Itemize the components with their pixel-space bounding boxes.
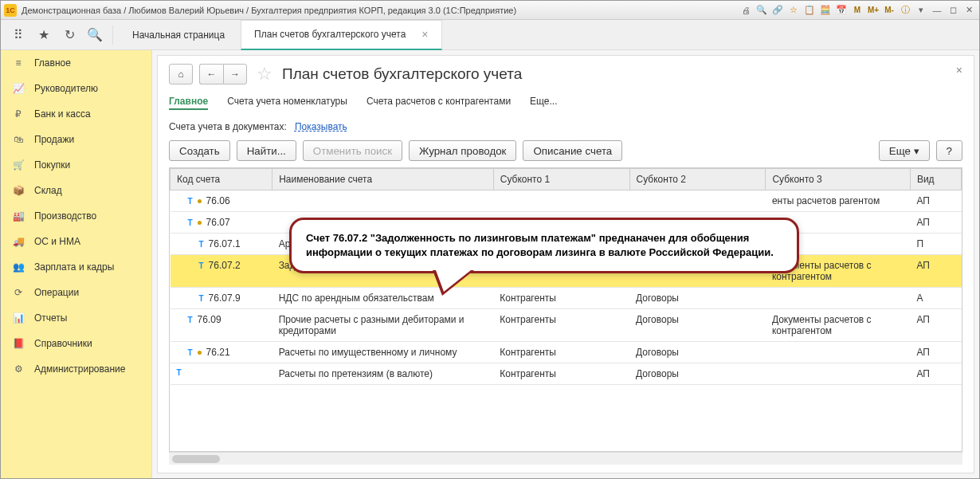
sidebar-icon: ₽ — [12, 108, 25, 120]
code-cell: 76.07.2 — [209, 260, 241, 271]
minimize-icon[interactable]: — — [930, 4, 944, 17]
sidebar-item-1[interactable]: 📈Руководителю — [1, 76, 151, 101]
forward-button[interactable]: → — [223, 64, 247, 84]
sidebar-item-7[interactable]: 🚚ОС и НМА — [1, 229, 151, 254]
top-toolbar: ⠿ ★ ↻ 🔍 Начальная страница План счетов б… — [1, 20, 979, 50]
create-button[interactable]: Создать — [169, 140, 230, 161]
sub3-cell — [766, 342, 911, 363]
history-icon[interactable]: ↻ — [58, 24, 80, 46]
close-icon[interactable]: ✕ — [962, 4, 976, 17]
vid-cell: П — [910, 234, 961, 255]
table-row[interactable]: T76.09Прочие расчеты с разными дебиторам… — [171, 309, 962, 342]
titlebar: 1C Демонстрационная база / Любимов Валер… — [1, 1, 979, 20]
sub3-cell: енты расчетов рагентом — [766, 190, 911, 212]
panel-close-icon[interactable]: × — [956, 64, 962, 77]
search-icon[interactable]: 🔍 — [755, 4, 769, 17]
account-icon: T — [199, 240, 204, 249]
column-header[interactable]: Наименование счета — [272, 169, 494, 190]
clipboard-icon[interactable]: 📋 — [802, 4, 817, 17]
dot-icon — [198, 199, 202, 203]
scroll-thumb[interactable] — [172, 455, 220, 463]
sidebar-item-2[interactable]: ₽Банк и касса — [1, 101, 151, 127]
horizontal-scrollbar[interactable] — [169, 452, 962, 465]
table-row[interactable]: T76.07.9НДС по арендным обязательствамКо… — [171, 288, 962, 309]
sidebar-item-10[interactable]: 📊Отчеты — [1, 305, 151, 331]
column-header[interactable]: Вид — [910, 169, 961, 190]
sidebar-icon: 🚚 — [12, 235, 25, 248]
help-button[interactable]: ? — [936, 140, 962, 161]
home-button[interactable]: ⌂ — [169, 64, 193, 84]
vid-cell: АП — [910, 190, 961, 212]
account-icon: T — [177, 368, 182, 377]
memory-mplus[interactable]: M+ — [866, 4, 880, 17]
sub1-cell: Контрагенты — [493, 342, 629, 363]
sidebar-item-0[interactable]: ≡Главное — [1, 50, 151, 76]
memory-mminus[interactable]: M- — [882, 4, 896, 17]
search-toolbar-icon[interactable]: 🔍 — [84, 24, 106, 46]
sub3-cell — [766, 363, 911, 385]
column-header[interactable]: Субконто 1 — [493, 169, 629, 190]
tab-close-icon[interactable]: × — [421, 28, 428, 41]
filter-link[interactable]: Показывать — [295, 121, 347, 132]
body-area: ≡Главное📈Руководителю₽Банк и касса🛍Прода… — [1, 50, 979, 478]
dropdown-icon[interactable]: ▾ — [914, 4, 928, 17]
subtab-2[interactable]: Счета расчетов с контрагентами — [367, 94, 511, 110]
memory-m[interactable]: M — [850, 4, 864, 17]
window-title: Демонстрационная база / Любимов Валерий … — [22, 6, 739, 15]
sidebar-label: ОС и НМА — [34, 236, 80, 247]
cancel-search-button: Отменить поиск — [303, 140, 402, 161]
tab-active[interactable]: План счетов бухгалтерского учета × — [241, 20, 441, 50]
sub1-cell: Контрагенты — [493, 309, 629, 342]
favorite-icon[interactable]: ★ — [33, 24, 55, 46]
sidebar-item-12[interactable]: ⚙Администрирование — [1, 356, 151, 382]
favorite-star-icon[interactable]: ☆ — [257, 64, 272, 84]
info-icon[interactable]: ⓘ — [898, 4, 912, 17]
calc-icon[interactable]: 🧮 — [818, 4, 833, 17]
sidebar-icon: ≡ — [12, 57, 25, 69]
sidebar-item-5[interactable]: 📦Склад — [1, 178, 151, 203]
sidebar-item-9[interactable]: ⟳Операции — [1, 280, 151, 305]
dot-icon — [198, 221, 202, 225]
sidebar-icon: ⟳ — [12, 286, 25, 299]
table-row[interactable]: T76.21Расчеты по имущественному и личном… — [171, 342, 962, 363]
apps-icon[interactable]: ⠿ — [7, 24, 29, 46]
column-header[interactable]: Код счета — [171, 169, 272, 190]
filter-label: Счета учета в документах: — [169, 121, 287, 132]
sidebar-label: Банк и касса — [34, 108, 91, 120]
sidebar-item-3[interactable]: 🛍Продажи — [1, 127, 151, 152]
find-button[interactable]: Найти... — [237, 140, 296, 161]
callout-tail-icon — [433, 270, 474, 296]
tab-home[interactable]: Начальная страница — [120, 20, 237, 50]
sidebar-item-6[interactable]: 🏭Производство — [1, 203, 151, 229]
table-row[interactable]: TРасчеты по претензиям (в валюте)Контраг… — [171, 363, 962, 385]
table-row[interactable]: T76.06енты расчетов рагентомАП — [171, 190, 962, 212]
subtab-1[interactable]: Счета учета номенклатуры — [227, 94, 347, 110]
subtab-3[interactable]: Еще... — [530, 94, 557, 110]
account-icon: T — [188, 348, 193, 357]
sub2-cell: Договоры — [629, 363, 766, 385]
column-header[interactable]: Субконто 2 — [629, 169, 766, 190]
sub1-cell: Контрагенты — [493, 363, 629, 385]
sidebar-label: Руководителю — [34, 83, 98, 94]
journal-button[interactable]: Журнал проводок — [409, 140, 516, 161]
sub1-cell — [493, 190, 629, 212]
sidebar-label: Администрирование — [34, 363, 125, 375]
maximize-icon[interactable]: ◻ — [946, 4, 960, 17]
link-icon[interactable]: 🔗 — [770, 4, 785, 17]
sidebar-item-4[interactable]: 🛒Покупки — [1, 152, 151, 178]
name-cell: Расчеты по имущественному и личному — [272, 342, 494, 363]
calendar-icon[interactable]: 📅 — [834, 4, 849, 17]
subtab-0[interactable]: Главное — [169, 94, 208, 110]
sidebar-label: Отчеты — [34, 312, 67, 324]
star-icon[interactable]: ☆ — [786, 4, 801, 17]
callout-text: Счет 76.07.2 "Задолженность по лизинговы… — [289, 218, 799, 273]
back-button[interactable]: ← — [199, 64, 223, 84]
more-button[interactable]: Еще ▾ — [879, 140, 930, 161]
sidebar-item-11[interactable]: 📕Справочники — [1, 331, 151, 356]
account-icon: T — [188, 316, 193, 324]
print-icon[interactable]: 🖨 — [739, 4, 753, 17]
table-container: Код счетаНаименование счетаСубконто 1Суб… — [169, 167, 962, 452]
description-button[interactable]: Описание счета — [523, 140, 622, 161]
column-header[interactable]: Субконто 3 — [766, 169, 911, 190]
sidebar-item-8[interactable]: 👥Зарплата и кадры — [1, 254, 151, 280]
